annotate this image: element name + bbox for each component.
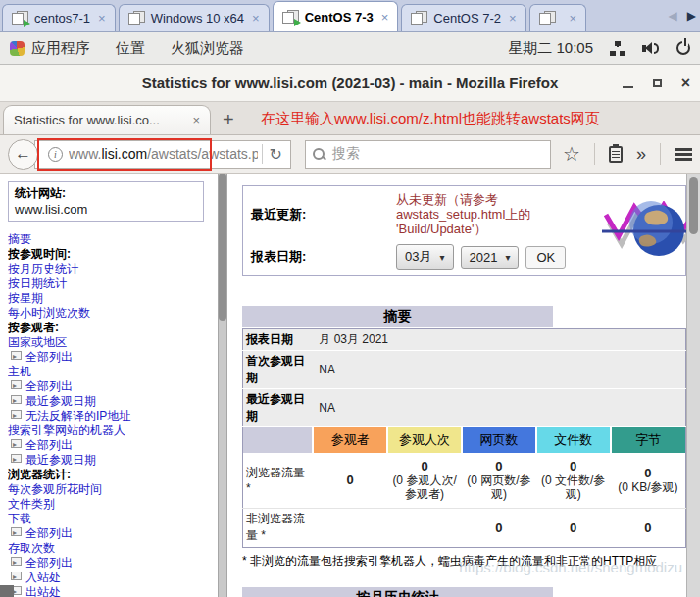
goto-icon — [11, 557, 22, 566]
sidebar-scrollbar[interactable] — [218, 174, 227, 597]
library-icon[interactable] — [609, 146, 623, 163]
search-input[interactable]: 搜索 — [305, 140, 551, 169]
vm-tab[interactable]: × — [529, 4, 587, 31]
row-label: 首次参观日期 — [243, 351, 314, 389]
vm-tab-bar: ◀ ▶ centos7-1 × Windows 10 x64 × CentOS … — [0, 0, 700, 32]
sidebar-item[interactable]: 摘要 — [8, 232, 214, 247]
vm-tab[interactable]: centos7-1 × — [2, 4, 116, 31]
visits-value: 0 — [390, 459, 459, 473]
divider — [262, 144, 263, 164]
site-box: 统计网站: www.lisi.com — [8, 181, 204, 222]
col-files: 文件数 — [536, 427, 611, 454]
col-visitors: 参观者 — [313, 427, 387, 454]
menu-item[interactable]: 应用程序 — [31, 39, 90, 58]
summary-table: 报表日期 月 03月 2021 首次参观日期 NA 最近参观日期 NA 参观者 … — [242, 328, 686, 548]
summary-title: 摘要 — [242, 306, 553, 327]
window-title: Statistics for www.lisi.com (2021-03) - … — [142, 75, 559, 91]
scroll-left-icon[interactable]: ◀ — [669, 9, 677, 23]
first-visit-value: NA — [313, 351, 685, 389]
sidebar-item[interactable]: 全部列出 — [8, 556, 214, 571]
report-date-label: 报表日期: — [251, 248, 396, 266]
minimize-button[interactable] — [623, 86, 633, 88]
year-select[interactable]: 2021▾ — [461, 246, 520, 269]
applications-icon[interactable] — [10, 41, 25, 56]
sidebar-item[interactable]: 全部列出 — [8, 379, 214, 394]
power-icon[interactable] — [676, 41, 690, 55]
goto-icon — [11, 380, 22, 389]
sidebar-item: 按参观时间: — [8, 247, 214, 262]
site-value: www.lisi.com — [15, 202, 197, 217]
scroll-right-icon[interactable]: ▶ — [687, 9, 696, 23]
sidebar-item[interactable]: 按星期 — [8, 291, 214, 306]
corner-cell — [243, 427, 314, 454]
sidebar-item[interactable]: 出站处 — [8, 585, 214, 597]
vm-tab-close-icon[interactable]: × — [252, 11, 260, 25]
sidebar-item[interactable]: 全部列出 — [8, 350, 214, 365]
files-value: 0 — [539, 459, 608, 473]
sidebar-item[interactable]: 最近参观日期 — [8, 453, 214, 468]
bookmark-star-icon[interactable]: ☆ — [563, 144, 580, 164]
url-bar[interactable]: i www.lisi.com/awstats/awstats.pl ↻ — [34, 140, 291, 169]
sidebar-item[interactable]: 全部列出 — [8, 526, 214, 541]
sidebar-item[interactable]: 国家或地区 — [8, 335, 214, 350]
desktop-top-bar: 应用程序位置火狐浏览器 星期二 10:05 — [0, 32, 700, 65]
scrollbar-thumb[interactable] — [219, 174, 226, 321]
sidebar-item: 浏览器统计: — [8, 468, 214, 482]
chevron-down-icon: ▾ — [505, 252, 510, 263]
scrollbar-thumb[interactable] — [689, 177, 698, 234]
vm-icon — [282, 10, 299, 25]
vm-tab-close-icon[interactable]: × — [509, 11, 517, 25]
sidebar-item[interactable]: 文件类别 — [8, 497, 214, 512]
volume-waves — [654, 43, 659, 54]
row-label: 报表日期 — [243, 329, 314, 351]
vm-tab-close-icon[interactable]: × — [98, 11, 106, 25]
desktop-menus: 应用程序位置火狐浏览器 — [31, 39, 270, 58]
vm-tab[interactable]: CentOS 7-2 × — [401, 4, 525, 31]
vm-icon — [539, 11, 556, 25]
sidebar-item[interactable]: 下载 — [8, 512, 214, 526]
vm-tab[interactable]: CentOS 7-3 × — [273, 1, 399, 31]
sidebar-item[interactable]: 全部列出 — [8, 438, 214, 453]
page-scrollbar[interactable] — [686, 174, 700, 597]
new-tab-button[interactable]: + — [223, 110, 234, 129]
vm-tab-close-icon[interactable]: × — [570, 11, 577, 25]
sidebar-item[interactable]: 无法反解译的IP地址 — [8, 409, 214, 423]
volume-icon[interactable] — [642, 41, 661, 56]
sidebar-item[interactable]: 主机 — [8, 365, 214, 379]
vm-icon — [128, 11, 145, 25]
menu-hamburger-icon[interactable] — [675, 148, 692, 161]
sidebar-item[interactable]: 按月历史统计 — [8, 262, 214, 276]
sidebar-item[interactable]: 按日期统计 — [8, 276, 214, 291]
divider — [660, 143, 661, 165]
menu-item[interactable]: 位置 — [116, 39, 145, 58]
month-select[interactable]: 03月▾ — [396, 244, 454, 270]
reload-icon[interactable]: ↻ — [267, 145, 285, 164]
menu-item[interactable]: 火狐浏览器 — [171, 39, 244, 58]
site-info-icon[interactable]: i — [48, 147, 63, 162]
goto-icon — [11, 527, 22, 536]
last-update-label: 最近更新: — [251, 206, 396, 224]
vm-tab[interactable]: Windows 10 x64 × — [119, 4, 270, 31]
vm-tab-close-icon[interactable]: × — [381, 10, 389, 25]
sidebar-item[interactable]: 存取次数 — [8, 541, 214, 556]
back-arrow-icon: ← — [15, 144, 31, 164]
search-icon[interactable] — [313, 148, 325, 161]
divider — [594, 143, 595, 165]
sidebar-item[interactable]: 搜索引擎网站的机器人 — [8, 423, 214, 438]
sidebar-item[interactable]: 最近参观日期 — [8, 394, 214, 409]
window-titlebar: Statistics for www.lisi.com (2021-03) - … — [0, 65, 700, 102]
browser-tab[interactable]: Statistics for www.lisi.co... × — [3, 105, 211, 134]
pages-value: 0 — [465, 521, 533, 535]
goto-icon — [11, 410, 22, 419]
sidebar-item[interactable]: 入站处 — [8, 571, 214, 585]
overflow-chevron-icon[interactable]: » — [636, 145, 646, 163]
sidebar-item[interactable]: 每小时浏览次数 — [8, 306, 214, 321]
back-button[interactable]: ← — [8, 139, 38, 170]
network-icon[interactable] — [609, 41, 626, 56]
sidebar-item[interactable]: 每次参观所花时间 — [8, 482, 214, 497]
clock[interactable]: 星期二 10:05 — [508, 39, 593, 58]
tab-close-icon[interactable]: × — [192, 113, 200, 127]
ok-button[interactable]: OK — [525, 246, 566, 269]
maximize-button[interactable] — [653, 79, 662, 87]
close-button[interactable]: × — [681, 75, 690, 91]
